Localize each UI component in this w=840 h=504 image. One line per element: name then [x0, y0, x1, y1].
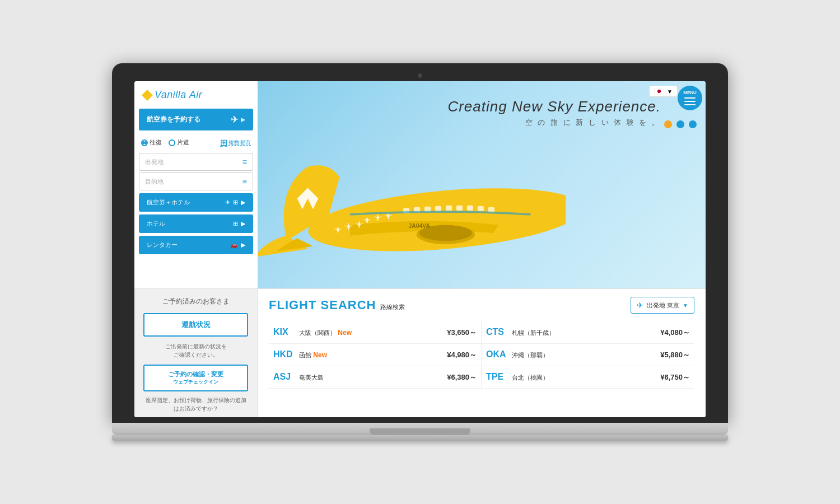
round-trip-option[interactable]: 往復 — [141, 138, 162, 147]
destination-input[interactable]: 目的地 ≡ — [139, 172, 253, 190]
flight-row[interactable]: CTS札幌（新千歳）¥4,080～ — [482, 321, 694, 344]
flight-price: ¥6,380～ — [447, 372, 477, 382]
flight-status-button[interactable]: 運航状況 — [143, 313, 248, 337]
flight-row[interactable]: TPE台北（桃園）¥6,750～ — [482, 366, 694, 389]
flight-price: ¥4,080～ — [660, 328, 690, 338]
carousel-dots — [664, 120, 697, 128]
confirm-desc: 座席指定、お預け荷物、旅行保険の追加はお済みですか？ — [143, 396, 248, 413]
flight-city: 奄美大島 — [299, 374, 442, 382]
origin-dropdown[interactable]: ✈ 出発地 東京 ▼ — [631, 297, 694, 314]
flight-city: 沖縄（那覇） — [512, 351, 656, 360]
language-arrow: ▼ — [667, 88, 673, 95]
trip-type-row: 往復 片道 ⊞ 複数都市 — [134, 134, 258, 151]
hero-section: ▼ MENU — [258, 81, 706, 288]
flight-code: OKA — [486, 349, 507, 360]
one-way-label: 片道 — [177, 138, 189, 147]
tagline-sub: 空 の 旅 に 新 し い 体 験 を 。 — [447, 118, 661, 128]
reservation-panel: ご予約済みのお客さま 運航状況 ご出発前に最新の状況を ご確認ください。 ご予約… — [134, 289, 258, 417]
svg-rect-9 — [446, 206, 452, 211]
flight-row[interactable]: OKA沖縄（那覇）¥5,880～ — [482, 344, 694, 366]
multi-city-link[interactable]: ⊞ 複数都市 — [220, 137, 251, 148]
origin-placeholder: 出発地 — [145, 158, 164, 166]
flight-price: ¥4,980～ — [447, 350, 477, 360]
confirm-change-button[interactable]: ご予約の確認・変更 ウェブチェックイン — [143, 365, 248, 391]
flight-city: 大阪（関西） New — [299, 329, 442, 337]
flight-row[interactable]: KIX大阪（関西） New¥3,650～ — [269, 321, 482, 344]
logo-diamond — [142, 90, 153, 101]
one-way-option[interactable]: 片道 — [169, 138, 189, 147]
plane-icon-dropdown: ✈ — [637, 301, 643, 310]
laptop-shell: Vanilla Air 航空券を予約する ✈ ▶ — [112, 63, 728, 441]
flight-code: TPE — [486, 372, 507, 382]
web-checkin-label: ウェブチェックイン — [149, 379, 242, 386]
rental-car-button[interactable]: レンタカー 🚗 ▶ — [139, 236, 253, 254]
hotel-button[interactable]: ホテル ⊞ ▶ — [139, 214, 253, 233]
plane-icon: ✈ — [231, 114, 238, 125]
flight-status-desc: ご出発前に最新の状況を ご確認ください。 — [143, 342, 248, 359]
round-trip-label: 往復 — [150, 138, 162, 147]
bottom-section: ご予約済みのお客さま 運航状況 ご出発前に最新の状況を ご確認ください。 ご予約… — [134, 288, 706, 417]
hotel-icon-2: ⊞ — [233, 220, 238, 227]
flight-code: CTS — [486, 327, 507, 337]
new-badge: New — [336, 329, 352, 337]
flight-search-panel: FLIGHT SEARCH 路線検索 ✈ 出発地 東京 ▼ KIX大阪（関西） — [258, 289, 706, 417]
logo-text: Vanilla Air — [155, 89, 202, 101]
sidebar: Vanilla Air 航空券を予約する ✈ ▶ — [134, 81, 258, 288]
flight-hotel-label: 航空券＋ホテル — [147, 198, 190, 207]
hamburger-line-1 — [684, 97, 696, 99]
flight-grid: KIX大阪（関西） New¥3,650～CTS札幌（新千歳）¥4,080～HKD… — [269, 321, 694, 389]
confirm-change-label: ご予約の確認・変更 — [168, 371, 223, 377]
arrow-icon-3: ▶ — [241, 220, 245, 227]
menu-label: MENU — [683, 90, 697, 95]
screen-bezel: Vanilla Air 航空券を予約する ✈ ▶ — [112, 63, 728, 423]
laptop-screen: Vanilla Air 航空券を予約する ✈ ▶ — [134, 81, 706, 417]
book-flight-label: 航空券を予約する — [147, 115, 200, 124]
flight-price: ¥3,650～ — [447, 328, 477, 338]
dot-3[interactable] — [689, 120, 697, 128]
hotel-icon: ⊞ — [233, 199, 238, 206]
flight-price: ¥5,880～ — [660, 350, 690, 360]
language-selector[interactable]: ▼ — [649, 86, 678, 97]
flight-row[interactable]: ASJ奄美大島¥6,380～ — [269, 366, 482, 389]
flight-city: 札幌（新千歳） — [512, 329, 656, 337]
reservation-title: ご予約済みのお客さま — [143, 297, 248, 306]
svg-rect-11 — [467, 206, 473, 211]
flight-code: HKD — [273, 349, 295, 360]
car-icon: 🚗 — [230, 241, 238, 249]
dropdown-arrow: ▼ — [683, 302, 688, 309]
flight-search-title: FLIGHT SEARCH — [269, 298, 376, 312]
laptop-notch — [370, 428, 470, 435]
origin-dropdown-label: 出発地 東京 — [647, 301, 679, 310]
hotel-label: ホテル — [147, 220, 165, 228]
flight-code: ASJ — [273, 372, 295, 382]
menu-button[interactable]: MENU — [678, 86, 702, 110]
logo-area: Vanilla Air — [134, 81, 258, 105]
flight-code: KIX — [273, 327, 295, 337]
one-way-radio[interactable] — [169, 139, 175, 146]
laptop-base — [112, 423, 728, 435]
tagline-main: Creating New Sky Experience. — [447, 98, 661, 115]
dot-1[interactable] — [664, 120, 672, 128]
website: Vanilla Air 航空券を予約する ✈ ▶ — [134, 81, 706, 417]
flight-hotel-button[interactable]: 航空券＋ホテル ✈ ⊞ ▶ — [139, 193, 253, 212]
hero-tagline: Creating New Sky Experience. 空 の 旅 に 新 し… — [447, 98, 661, 128]
flight-city: 函館 New — [299, 351, 442, 360]
dot-2[interactable] — [676, 120, 684, 128]
list-icon-2: ≡ — [242, 177, 247, 186]
new-badge: New — [311, 351, 327, 359]
round-trip-radio[interactable] — [141, 139, 148, 146]
flight-search-subtitle: 路線検索 — [380, 303, 405, 311]
arrow-icon-2: ▶ — [241, 199, 245, 206]
book-flight-button[interactable]: 航空券を予約する ✈ ▶ — [139, 109, 253, 130]
hamburger-line-2 — [684, 101, 696, 102]
flight-price: ¥6,750～ — [660, 372, 690, 382]
svg-text:JA04VA: JA04VA — [408, 223, 430, 229]
origin-input[interactable]: 出発地 ≡ — [139, 153, 253, 171]
laptop-bottom — [112, 435, 728, 441]
fs-title-group: FLIGHT SEARCH 路線検索 — [269, 298, 405, 312]
flight-row[interactable]: HKD函館 New¥4,980～ — [269, 344, 482, 366]
svg-rect-12 — [478, 206, 484, 211]
car-icons: 🚗 ▶ — [230, 241, 245, 249]
flight-city: 台北（桃園） — [512, 374, 656, 382]
list-icon: ≡ — [242, 157, 247, 166]
